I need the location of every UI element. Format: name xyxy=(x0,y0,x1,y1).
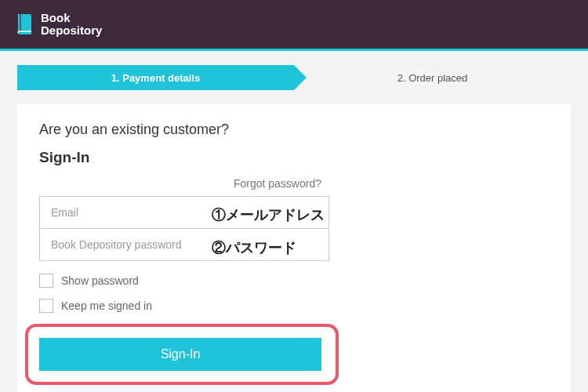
checkbox-group: Show password Keep me signed in xyxy=(39,274,549,313)
signin-form: Forgot password? ①メールアドレス ②パスワード xyxy=(39,177,329,261)
existing-customer-question: Are you an existing customer? xyxy=(39,122,549,138)
show-password-label: Show password xyxy=(61,274,139,287)
step-order-placed: 2. Order placed xyxy=(294,65,571,90)
step-payment-details[interactable]: 1. Payment details xyxy=(17,65,294,90)
forgot-password-link[interactable]: Forgot password? xyxy=(39,177,329,190)
keep-signed-checkbox[interactable] xyxy=(39,299,53,313)
show-password-row[interactable]: Show password xyxy=(39,274,549,288)
signin-card: Are you an existing customer? Sign-In Fo… xyxy=(17,104,571,392)
keep-signed-label: Keep me signed in xyxy=(61,299,152,312)
step2-label: 2. Order placed xyxy=(397,72,468,84)
brand-logo[interactable]: Book Depository xyxy=(16,12,102,38)
show-password-checkbox[interactable] xyxy=(39,274,53,288)
brand-name: Book Depository xyxy=(41,12,102,38)
signin-button[interactable]: Sign-In xyxy=(39,338,321,371)
book-icon xyxy=(16,13,34,36)
signin-button-label: Sign-In xyxy=(161,347,201,361)
annotation-email: ①メールアドレス xyxy=(212,205,325,224)
progress-steps: 1. Payment details 2. Order placed xyxy=(17,65,571,90)
brand-line2: Depository xyxy=(41,24,102,38)
site-header: Book Depository xyxy=(0,0,588,51)
step1-label: 1. Payment details xyxy=(111,72,200,84)
signin-button-area: Sign-In xyxy=(25,324,339,385)
signin-heading: Sign-In xyxy=(39,149,549,166)
checkout-page: 1. Payment details 2. Order placed Are y… xyxy=(0,51,588,392)
brand-line1: Book xyxy=(41,12,102,25)
keep-signed-row[interactable]: Keep me signed in xyxy=(39,299,549,313)
annotation-password: ②パスワード xyxy=(212,238,296,257)
